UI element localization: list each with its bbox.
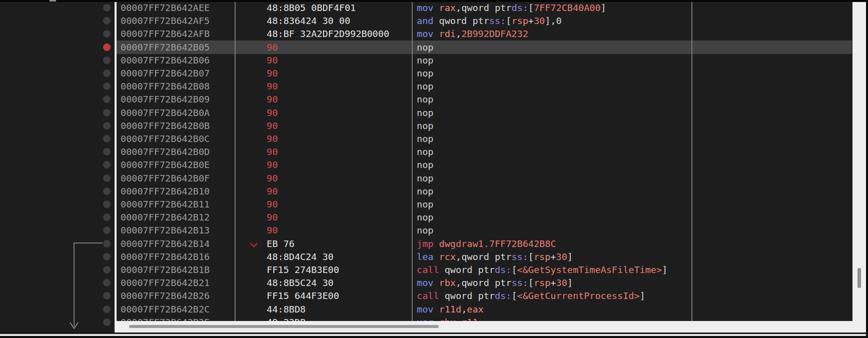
- column-separator-disasm-comment[interactable]: [691, 2, 692, 321]
- splitter-grip-icon[interactable]: [50, 0, 56, 2]
- column-separator-bytes-disasm[interactable]: [412, 2, 413, 321]
- column-separator-address-bytes[interactable]: [235, 2, 236, 321]
- horizontal-scrollbar-thumb[interactable]: [129, 325, 439, 328]
- pane-left-splitter[interactable]: [115, 2, 117, 332]
- debugger-window: 00007FF72B642AEE48:8B05 0BDF4F01mov rax,…: [0, 0, 868, 338]
- window-top-border: [0, 0, 868, 2]
- window-bottom-border: [0, 336, 868, 338]
- window-right-border: [866, 0, 868, 338]
- vertical-scrollbar-thumb[interactable]: [857, 268, 861, 288]
- vertical-scrollbar[interactable]: [852, 2, 866, 332]
- horizontal-scrollbar[interactable]: [117, 321, 852, 332]
- jump-arrow: [0, 0, 868, 338]
